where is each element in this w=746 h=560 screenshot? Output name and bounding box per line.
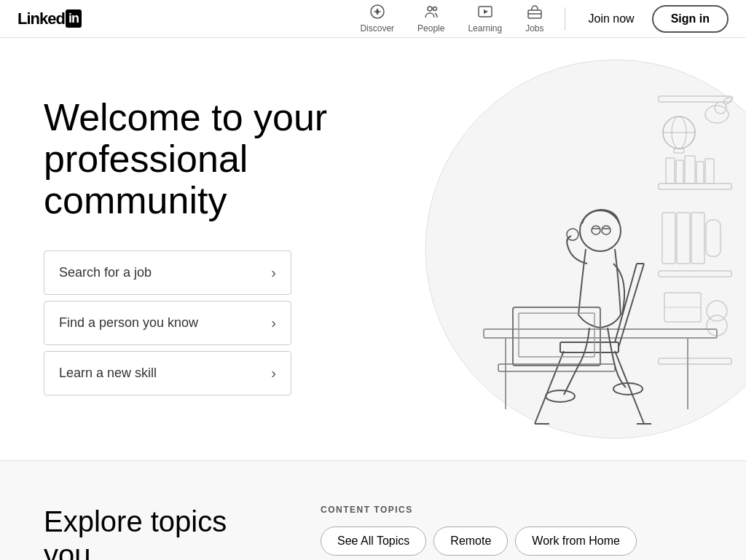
chevron-right-icon: › [271,264,276,281]
topics-title: Explore topics you are interested in [44,505,262,560]
discover-icon [369,4,385,22]
header: Linkedin Discover People Learning Jobs [0,0,746,38]
chip-see-all-topics[interactable]: See All Topics [321,527,426,556]
topics-heading: Explore topics you are interested in [44,505,262,560]
cta-search-job[interactable]: Search for a job › [44,251,291,295]
logo-text: Linked [17,9,65,28]
topics-section-label: CONTENT TOPICS [321,505,702,515]
hero-content: Welcome to your professional community S… [44,97,335,402]
nav-divider [565,7,565,31]
logo[interactable]: Linkedin [17,9,82,28]
hero-section: Welcome to your professional community S… [0,38,746,460]
hero-illustration [338,38,746,460]
chip-remote[interactable]: Remote [433,527,508,556]
jobs-icon [527,4,543,22]
svg-point-2 [433,7,436,11]
main-nav: Discover People Learning Jobs Join now S… [351,1,729,36]
cta-find-person[interactable]: Find a person you know › [44,301,291,345]
cta-list: Search for a job › Find a person you kno… [44,251,335,401]
logo-in: in [66,9,82,28]
svg-marker-4 [484,9,488,14]
nav-discover[interactable]: Discover [351,1,403,36]
nav-learning-label: Learning [468,23,502,33]
sign-in-button[interactable]: Sign in [652,5,729,33]
cta-learn-skill[interactable]: Learn a new skill › [44,351,291,395]
chip-work-from-home[interactable]: Work from Home [515,527,637,556]
nav-learning[interactable]: Learning [459,1,511,36]
svg-point-1 [428,7,432,11]
chevron-right-icon: › [271,315,276,331]
chevron-right-icon: › [271,365,276,382]
nav-people-label: People [417,23,444,33]
nav-jobs-label: Jobs [525,23,543,33]
topics-chips-container: See All Topics Remote Work from Home Ret… [321,527,702,560]
topics-section: Explore topics you are interested in CON… [0,460,746,560]
nav-jobs[interactable]: Jobs [517,1,552,36]
people-icon [423,4,439,22]
hero-title: Welcome to your professional community [44,97,335,222]
join-now-button[interactable]: Join now [577,7,646,31]
nav-people[interactable]: People [409,1,453,36]
topics-chips-area: CONTENT TOPICS See All Topics Remote Wor… [321,505,702,560]
learning-icon [477,4,493,22]
nav-discover-label: Discover [360,23,394,33]
